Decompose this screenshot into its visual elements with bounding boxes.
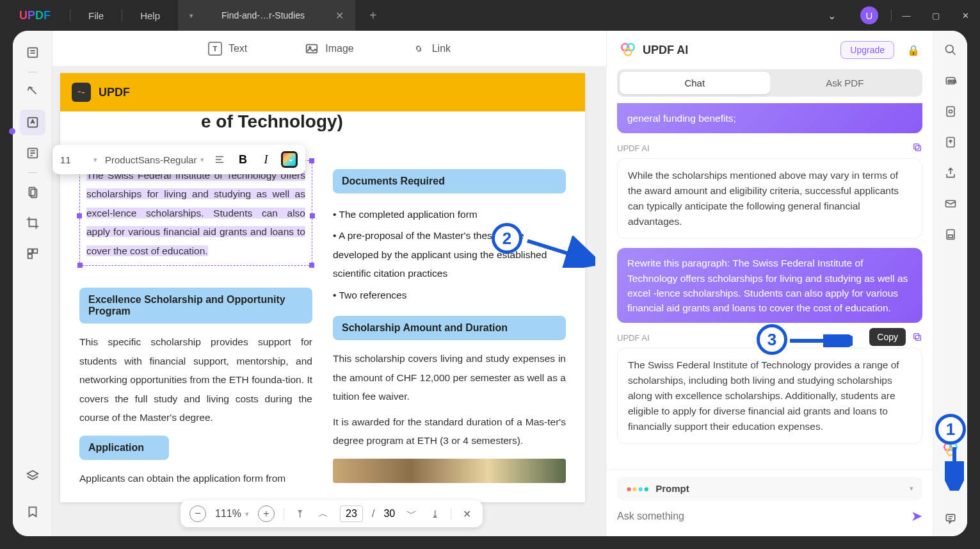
annotation-2: 2: [492, 223, 522, 254]
selected-text-box[interactable]: The Swiss Federal Institute of Technolog…: [79, 160, 312, 266]
comment-toggle-icon[interactable]: [943, 511, 958, 526]
tool-text-button[interactable]: TText: [208, 42, 247, 56]
sidebar-reader-icon[interactable]: [20, 40, 45, 65]
print-icon[interactable]: [943, 227, 958, 242]
avatar[interactable]: U: [860, 6, 878, 24]
send-icon[interactable]: ➤: [911, 508, 922, 525]
align-button[interactable]: [212, 152, 227, 167]
prompt-button[interactable]: ●●●● Prompt ▾: [617, 477, 922, 500]
next-page-icon[interactable]: ﹀: [404, 507, 419, 521]
italic-button[interactable]: I: [258, 152, 273, 167]
zoom-out-button[interactable]: −: [189, 505, 206, 522]
banner-text: UPDF: [99, 86, 130, 99]
sidebar-pages-icon[interactable]: [20, 179, 45, 205]
maximize-button[interactable]: ▢: [921, 0, 951, 31]
left-sidebar: [13, 31, 52, 536]
window-chevron-icon[interactable]: ⌄: [816, 10, 847, 22]
total-pages: 30: [383, 508, 395, 520]
pdf-page[interactable]: UPDF e of Technology) The Swiss Federal …: [60, 73, 585, 502]
first-page-icon[interactable]: ⤒: [293, 508, 307, 520]
svg-line-26: [952, 52, 955, 55]
sidebar-layers-icon[interactable]: [20, 463, 45, 489]
sidebar-organize-icon[interactable]: [20, 140, 45, 166]
font-size-select[interactable]: 11▾: [60, 154, 97, 165]
sidebar-tools-icon[interactable]: [20, 241, 45, 266]
zoom-in-button[interactable]: +: [258, 505, 275, 522]
banner-logo-icon: [72, 83, 91, 102]
chevron-down-icon: ▾: [93, 156, 97, 164]
ai-label: UPDF AI: [617, 333, 650, 343]
svg-rect-23: [915, 336, 920, 341]
image-icon: [305, 42, 319, 56]
sidebar-edit-icon[interactable]: [20, 110, 45, 135]
svg-rect-22: [914, 144, 919, 149]
copy-icon[interactable]: [912, 332, 922, 344]
edge-dot-icon: [9, 128, 15, 135]
body-text: Applicants can obtain the application fo…: [79, 469, 312, 488]
sidebar-bookmark-icon[interactable]: [20, 499, 45, 525]
share-icon[interactable]: [943, 165, 958, 181]
page-nav-bar: − 111%▾ + ⤒ ︿ / 30 ﹀ ⤓ ✕: [181, 500, 483, 527]
chevron-down-icon: ▾: [200, 156, 204, 164]
svg-rect-11: [33, 249, 36, 253]
section-heading: Scholarship Amount and Duration: [333, 316, 566, 340]
svg-rect-12: [28, 254, 31, 258]
updf-ai-logo-icon: [620, 42, 636, 58]
bold-button[interactable]: B: [235, 152, 250, 167]
tab-ask-pdf[interactable]: Ask PDF: [770, 72, 920, 94]
text-color-button[interactable]: [281, 151, 298, 168]
upgrade-button[interactable]: Upgrade: [840, 41, 894, 59]
annotation-1: 1: [935, 414, 966, 445]
ai-panel: UPDF AI Upgrade 🔒 Chat Ask PDF general f…: [606, 31, 933, 536]
annotation-arrow-2: [525, 236, 595, 268]
ai-tabs: Chat Ask PDF: [617, 69, 922, 97]
prev-page-icon[interactable]: ︿: [316, 507, 331, 521]
sidebar-comment-icon[interactable]: [20, 79, 45, 104]
svg-rect-38: [946, 514, 954, 521]
ocr-icon[interactable]: OCR: [943, 73, 958, 88]
annotation-arrow-1: [945, 447, 964, 491]
chevron-down-icon: ▾: [910, 484, 913, 493]
document-tab[interactable]: ▾ Find-and-…r-Studies ✕: [178, 0, 355, 31]
svg-text:OCR: OCR: [947, 79, 956, 83]
link-icon: [412, 42, 426, 56]
menu-file[interactable]: File: [70, 10, 122, 21]
ask-input[interactable]: [617, 507, 904, 526]
document-area: TText Image Link UPDF e of Technology) T…: [52, 31, 606, 536]
close-nav-icon[interactable]: ✕: [460, 508, 474, 520]
tool-link-button[interactable]: Link: [412, 42, 451, 56]
prompt-dots-icon: ●●●●: [626, 483, 649, 494]
last-page-icon[interactable]: ⤓: [428, 508, 442, 520]
tab-chat[interactable]: Chat: [620, 72, 770, 94]
edit-top-tools: TText Image Link: [52, 31, 606, 67]
menu-help[interactable]: Help: [122, 10, 178, 21]
close-button[interactable]: ✕: [951, 0, 980, 31]
flatten-icon[interactable]: [943, 104, 958, 119]
body-text: This specific scholarship provides suppo…: [79, 332, 312, 427]
svg-rect-24: [914, 334, 919, 339]
lock-icon[interactable]: 🔒: [907, 44, 920, 56]
new-tab-button[interactable]: +: [355, 8, 391, 23]
zoom-level-select[interactable]: 111%▾: [215, 508, 249, 520]
ai-message: The Swiss Federal Institute of Technolog…: [617, 348, 922, 444]
minimize-button[interactable]: —: [892, 0, 921, 31]
svg-rect-34: [948, 235, 952, 238]
bullet-item: • The completed application form: [333, 205, 566, 224]
export-icon[interactable]: [943, 135, 958, 150]
annotation-3: 3: [757, 324, 787, 355]
ai-label: UPDF AI: [617, 143, 650, 153]
copy-icon[interactable]: [912, 142, 922, 154]
page-banner: UPDF: [60, 73, 585, 111]
search-icon[interactable]: [943, 42, 958, 58]
titlebar: UPDF File Help ▾ Find-and-…r-Studies ✕ +…: [0, 0, 980, 31]
bullet-item: • Two references: [333, 286, 566, 304]
section-heading: Excellence Scholarship and Opportunity P…: [79, 288, 312, 324]
ai-panel-title: UPDF AI: [643, 44, 834, 57]
email-icon[interactable]: [943, 196, 958, 211]
tool-image-button[interactable]: Image: [305, 42, 353, 56]
page-number-input[interactable]: [340, 505, 363, 522]
tab-close-icon[interactable]: ✕: [335, 10, 344, 22]
font-family-select[interactable]: ProductSans-Regular▾: [105, 154, 204, 165]
app-logo: UPDF: [0, 9, 70, 22]
sidebar-crop-icon[interactable]: [20, 210, 45, 236]
